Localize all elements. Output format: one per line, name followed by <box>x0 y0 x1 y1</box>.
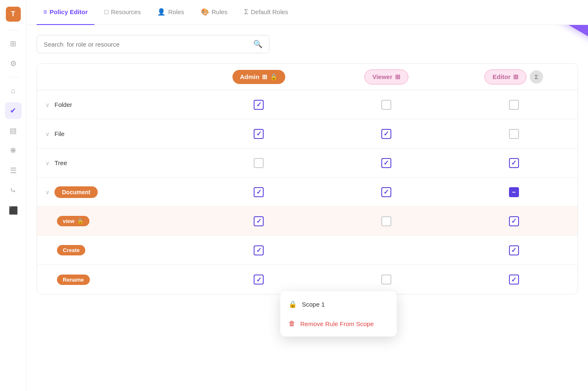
search-input[interactable] <box>44 41 253 48</box>
tab-rules-label: Rules <box>212 8 227 15</box>
create-badge[interactable]: Create <box>57 245 85 255</box>
remove-rule-label: Remove Rule From Scope <box>300 320 374 327</box>
scope-popup: 🔒 Scope 1 🗑 Remove Rule From Scope <box>280 291 397 337</box>
viewer-grid-icon: ⊞ <box>395 73 400 81</box>
checkbox-file-admin[interactable] <box>254 129 264 139</box>
checkbox-tree-editor[interactable] <box>509 158 519 168</box>
tab-rules[interactable]: 🎨 Rules <box>194 0 234 25</box>
sidebar-item-modules[interactable]: ❋ <box>5 142 22 159</box>
checkbox-create-admin[interactable] <box>254 245 264 255</box>
viewer-label: Viewer <box>372 73 392 80</box>
rename-viewer-check[interactable] <box>323 270 450 290</box>
file-chevron[interactable]: ∨ <box>45 131 49 137</box>
table-row-file: ∨ File <box>37 119 578 148</box>
table-row-tree: ∨ Tree <box>37 148 578 178</box>
checkbox-document-admin[interactable] <box>254 187 264 197</box>
tab-resources[interactable]: □ Resources <box>98 0 147 25</box>
view-resource-cell: view 🔒 <box>37 211 195 231</box>
roles-icon: 👤 <box>157 8 166 16</box>
rename-editor-check[interactable] <box>450 270 578 290</box>
file-viewer-check[interactable] <box>323 124 450 144</box>
checkbox-folder-editor[interactable] <box>509 100 519 110</box>
sidebar-item-document[interactable]: ☰ <box>5 162 22 179</box>
table-row-document: ∨ Document <box>37 178 578 207</box>
table-row-view: view 🔒 <box>37 207 578 236</box>
avatar[interactable]: T <box>6 7 21 22</box>
checkbox-rename-editor[interactable] <box>509 275 519 285</box>
admin-lock-icon: 🔒 <box>270 73 278 81</box>
file-editor-check[interactable] <box>450 124 578 144</box>
header-admin-cell: Admin ⊞ 🔒 <box>195 65 323 89</box>
sidebar-item-terminal[interactable]: ⬛ <box>5 202 22 219</box>
view-viewer-check[interactable] <box>323 211 450 231</box>
tab-default-roles[interactable]: Σ Default Roles <box>237 0 295 25</box>
folder-chevron[interactable]: ∨ <box>45 101 49 108</box>
checkbox-rename-viewer[interactable] <box>381 275 391 285</box>
folder-admin-check[interactable] <box>195 95 323 115</box>
tree-admin-check[interactable] <box>195 153 323 173</box>
popup-scope1[interactable]: 🔒 Scope 1 <box>280 294 397 314</box>
rules-icon: 🎨 <box>201 8 209 16</box>
checkbox-folder-admin[interactable] <box>254 100 264 110</box>
tree-chevron[interactable]: ∨ <box>45 160 49 166</box>
tab-resources-label: Resources <box>111 8 141 15</box>
view-lock-badge[interactable]: view 🔒 <box>57 216 89 226</box>
sidebar: T ⊞ ⚙ ⌂ ✔ ▤ ❋ ☰ ⤷ ⬛ <box>0 0 27 391</box>
default-roles-icon: Σ <box>244 8 248 16</box>
tab-policy-editor-label: Policy Editor <box>49 8 88 15</box>
rename-badge[interactable]: Rename <box>57 275 90 285</box>
popup-remove-rule[interactable]: 🗑 Remove Rule From Scope <box>280 314 397 333</box>
checkbox-view-viewer[interactable] <box>381 216 391 226</box>
document-viewer-check[interactable] <box>323 182 450 202</box>
folder-viewer-check[interactable] <box>323 95 450 115</box>
sidebar-item-grid[interactable]: ⊞ <box>5 35 22 52</box>
search-icon[interactable]: 🔍 <box>253 40 262 49</box>
checkbox-view-editor[interactable] <box>509 216 519 226</box>
checkbox-file-viewer[interactable] <box>381 129 391 139</box>
checkbox-tree-admin[interactable] <box>254 158 264 168</box>
checkbox-document-editor[interactable] <box>509 187 519 197</box>
policy-table: Admin ⊞ 🔒 Viewer ⊞ Editor ⊞ <box>37 63 578 294</box>
tab-policy-editor[interactable]: ≡ Policy Editor <box>37 0 94 25</box>
document-admin-check[interactable] <box>195 182 323 202</box>
admin-role-badge[interactable]: Admin ⊞ 🔒 <box>232 70 285 84</box>
checkbox-create-editor[interactable] <box>509 245 519 255</box>
view-editor-check[interactable] <box>450 211 578 231</box>
checkbox-folder-viewer[interactable] <box>381 100 391 110</box>
header-editor-cell: Editor ⊞ Σ <box>450 64 578 89</box>
sidebar-item-flow[interactable]: ⤷ <box>5 182 22 199</box>
checkbox-file-editor[interactable] <box>509 129 519 139</box>
admin-grid-icon: ⊞ <box>262 73 267 81</box>
create-admin-check[interactable] <box>195 240 323 260</box>
resources-icon: □ <box>104 8 109 16</box>
sidebar-item-table[interactable]: ▤ <box>5 122 22 139</box>
sigma-button[interactable]: Σ <box>530 70 543 84</box>
file-admin-check[interactable] <box>195 124 323 144</box>
rename-admin-check[interactable] <box>195 270 323 290</box>
tree-editor-check[interactable] <box>450 153 578 173</box>
view-admin-check[interactable] <box>195 211 323 231</box>
document-badge[interactable]: Document <box>54 186 98 198</box>
sidebar-divider-2 <box>7 77 20 77</box>
viewer-role-badge[interactable]: Viewer ⊞ <box>364 69 408 84</box>
checkbox-tree-viewer[interactable] <box>381 158 391 168</box>
sidebar-item-checkmark[interactable]: ✔ <box>5 102 22 119</box>
create-viewer-check[interactable] <box>323 245 450 255</box>
checkbox-document-viewer[interactable] <box>381 187 391 197</box>
editor-role-badge[interactable]: Editor ⊞ <box>484 69 526 84</box>
document-resource-cell: ∨ Document <box>37 181 195 203</box>
document-editor-check[interactable] <box>450 182 578 202</box>
checkbox-rename-admin[interactable] <box>254 275 264 285</box>
scope1-label: Scope 1 <box>302 301 325 308</box>
checkbox-view-admin[interactable] <box>254 216 264 226</box>
folder-editor-check[interactable] <box>450 95 578 115</box>
tab-roles[interactable]: 👤 Roles <box>151 0 190 25</box>
document-chevron[interactable]: ∨ <box>45 189 49 196</box>
tree-viewer-check[interactable] <box>323 153 450 173</box>
scope1-lock-icon: 🔒 <box>289 300 297 308</box>
sidebar-item-settings[interactable]: ⚙ <box>5 55 22 72</box>
sidebar-item-home[interactable]: ⌂ <box>5 82 22 99</box>
create-editor-check[interactable] <box>450 240 578 260</box>
tree-resource-cell: ∨ Tree <box>37 154 195 171</box>
create-resource-cell: Create <box>37 240 195 260</box>
